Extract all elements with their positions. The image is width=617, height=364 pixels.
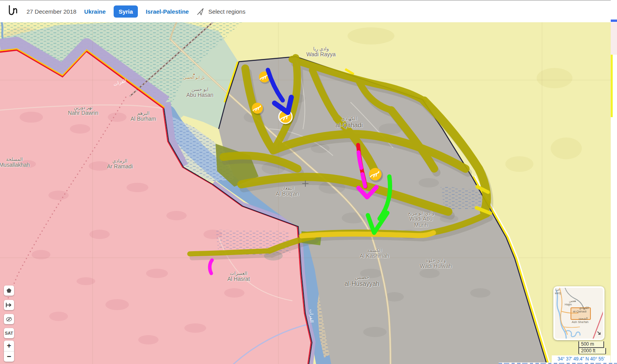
overview-minimap[interactable]: خرا ara'ij هجين Hajin الكهادي al-Qahadi … [553,286,605,340]
satellite-view-toggle[interactable]: SAT [4,328,14,338]
current-date: 27 December 2018 [27,8,77,15]
arrow-bar-icon [6,303,12,307]
tab-syria-active[interactable]: Syria [114,5,138,18]
scroll-fragment-pink [611,22,617,55]
pentagon-icon [6,288,12,293]
tab-israel-palestine[interactable]: Israel-Palestine [146,8,189,15]
select-regions-button[interactable]: Select regions [208,8,245,15]
liveuamap-logo[interactable] [7,4,20,20]
map-render [0,22,611,364]
pennant-flag-icon[interactable] [196,7,205,16]
scale-imperial: 2000 ft [578,348,606,354]
cursor-coordinates: 34° 37' 49.4" N 40° 55' 15.7" E [552,355,610,362]
scale-metric: 500 m [578,341,604,348]
minimap-collapse-icon[interactable] [597,330,602,337]
right-edge-panel [611,0,617,364]
liveuamap-app: 27 December 2018 Ukraine Syria Israel-Pa… [0,0,617,364]
sat-label: SAT [5,331,13,335]
zoom-out-button[interactable]: − [4,352,14,362]
minimap-label: ara'ij [555,292,561,295]
scroll-thumb-yellow[interactable] [611,55,613,117]
minimap-label: al-Qahadi [573,310,587,314]
tab-ukraine[interactable]: Ukraine [84,8,106,15]
zoom-in-button[interactable]: + [4,341,14,352]
polygon-draw-tool[interactable] [4,285,14,296]
scroll-fragment-blue [611,20,617,22]
top-bar: 27 December 2018 Ukraine Syria Israel-Pa… [0,1,617,22]
minimap-label: Hajin [565,303,572,307]
measure-tool[interactable] [4,300,14,310]
minimap-map: خرا ara'ij هجين Hajin الكهادي al-Qahadi … [555,288,603,339]
map-canvas[interactable]: وادي رياWadi Rayya ▲ تل ابو الحسن ابو حس… [0,22,611,364]
eye-off-icon [6,317,12,322]
attribution-strip[interactable] [499,362,617,364]
hide-layers-tool[interactable] [4,314,14,324]
zoom-control: + − [4,341,14,362]
map-scale: 500 m 2000 ft [578,341,606,354]
minimap-label: Ash Sha'fah [572,321,588,324]
